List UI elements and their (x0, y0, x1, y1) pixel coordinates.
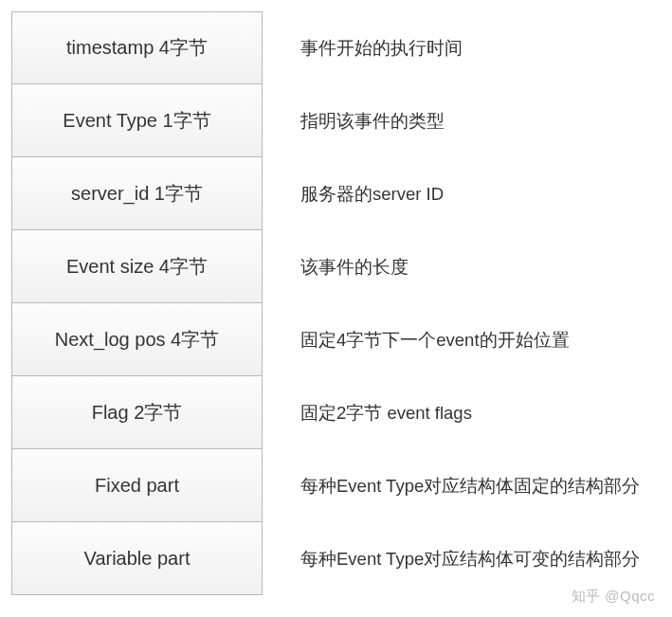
desc-fixed-part: 每种Event Type对应结构体固定的结构部分 (300, 474, 640, 498)
watermark-text: 知乎 @Qqcc (572, 588, 655, 606)
table-row: Flag 2字节 固定2字节 event flags (11, 376, 672, 449)
table-row: timestamp 4字节 事件开始的执行时间 (11, 11, 672, 84)
table-row: Event Type 1字节 指明该事件的类型 (11, 84, 672, 157)
field-variable-part: Variable part (11, 522, 263, 595)
field-event-size: Event size 4字节 (11, 230, 263, 303)
table-row: Variable part 每种Event Type对应结构体可变的结构部分 (11, 522, 672, 595)
diagram-container: timestamp 4字节 事件开始的执行时间 Event Type 1字节 指… (0, 0, 672, 595)
field-event-type: Event Type 1字节 (11, 84, 263, 157)
desc-server-id: 服务器的server ID (300, 182, 444, 206)
table-row: Fixed part 每种Event Type对应结构体固定的结构部分 (11, 449, 672, 522)
desc-event-type: 指明该事件的类型 (300, 109, 445, 133)
field-timestamp: timestamp 4字节 (11, 11, 263, 84)
desc-next-log-pos: 固定4字节下一个event的开始位置 (300, 328, 570, 352)
desc-timestamp: 事件开始的执行时间 (300, 36, 463, 60)
field-fixed-part: Fixed part (11, 449, 263, 522)
field-flag: Flag 2字节 (11, 376, 263, 449)
table-row: server_id 1字节 服务器的server ID (11, 157, 672, 230)
desc-event-size: 该事件的长度 (300, 255, 409, 279)
field-server-id: server_id 1字节 (11, 157, 263, 230)
desc-variable-part: 每种Event Type对应结构体可变的结构部分 (300, 547, 640, 571)
table-row: Next_log pos 4字节 固定4字节下一个event的开始位置 (11, 303, 672, 376)
table-row: Event size 4字节 该事件的长度 (11, 230, 672, 303)
field-next-log-pos: Next_log pos 4字节 (11, 303, 263, 376)
desc-flag: 固定2字节 event flags (300, 401, 472, 425)
